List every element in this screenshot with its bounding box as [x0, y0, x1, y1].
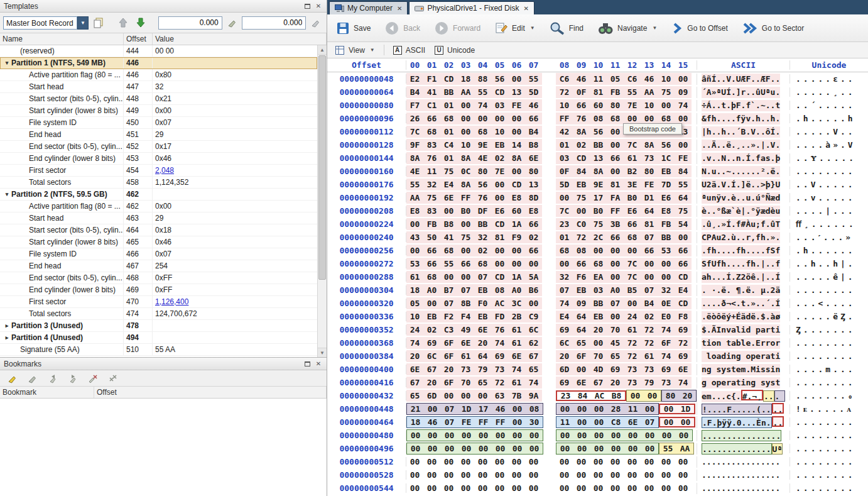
hex-byte[interactable]: 00 [474, 391, 491, 400]
unicode-cell[interactable]: ........ [789, 457, 868, 466]
hex-byte[interactable]: 23 [556, 219, 573, 229]
hex-byte[interactable]: 75 [440, 167, 457, 176]
hex-byte[interactable]: 2B [508, 312, 525, 321]
hex-byte[interactable]: F1 [423, 74, 440, 84]
hex-byte[interactable]: AA [641, 87, 658, 97]
hex-byte[interactable]: D1 [641, 193, 658, 202]
hex-byte[interactable]: 79 [474, 365, 491, 374]
hex-byte[interactable]: 00 [607, 483, 624, 493]
unicode-cell[interactable]: ....à».V [789, 140, 868, 150]
hex-byte[interactable]: FF [492, 417, 509, 427]
hex-byte[interactable]: 00 [440, 457, 457, 466]
hex-byte[interactable]: 68 [624, 233, 641, 242]
hex-byte[interactable]: 69 [556, 378, 573, 387]
hex-byte[interactable]: 03 [556, 153, 573, 163]
hex-byte[interactable]: 01 [440, 127, 457, 136]
hex-byte[interactable]: EB [573, 180, 590, 189]
hex-byte[interactable]: 00 [474, 483, 491, 493]
hex-byte[interactable]: 5D [556, 180, 573, 189]
unicode-cell[interactable]: .....¸.. [789, 87, 868, 97]
hex-byte[interactable]: 00 [407, 431, 424, 440]
hex-byte[interactable]: B0 [624, 193, 641, 202]
hex-byte[interactable]: 53 [658, 246, 675, 255]
hex-byte[interactable]: 23 [557, 391, 574, 400]
hex-byte[interactable]: 00 [458, 431, 475, 440]
hex-byte[interactable]: 00 [508, 246, 525, 255]
template-row[interactable]: Start cylinder (lower 8 bits)4490x00 [0, 105, 317, 117]
hex-byte[interactable]: 00 [607, 167, 624, 176]
hex-byte[interactable]: 00 [508, 114, 525, 123]
hex-byte[interactable]: 74 [508, 365, 525, 374]
hex-byte[interactable]: 00 [590, 404, 607, 414]
hex-byte[interactable]: 01 [440, 101, 457, 110]
hex-byte[interactable]: 00 [624, 246, 641, 255]
hex-byte[interactable]: 00 [440, 470, 457, 480]
hex-byte[interactable]: 6F [440, 351, 457, 361]
template-row[interactable]: End sector (bits 0-5), cylin...4520x17 [0, 141, 317, 153]
hex-byte[interactable]: 42 [556, 127, 573, 136]
hex-byte[interactable]: 05 [607, 74, 624, 84]
bookmark-edit-button[interactable] [25, 371, 40, 386]
hex-byte[interactable]: 10 [406, 312, 423, 321]
scroll-down-icon[interactable]: ▼ [318, 348, 327, 357]
hex-byte[interactable]: 00 [491, 259, 508, 268]
hex-byte[interactable]: 20 [423, 378, 440, 387]
bookmarks-list[interactable] [0, 399, 327, 496]
unicode-toggle-button[interactable]: U Unicode [432, 43, 477, 57]
bookmark-previous-button[interactable] [45, 371, 60, 386]
hex-byte[interactable]: C4 [440, 140, 457, 150]
hex-byte[interactable]: B4 [525, 127, 542, 136]
hex-byte[interactable]: CD [491, 219, 508, 229]
hex-byte[interactable]: 00 [491, 193, 508, 202]
hex-byte[interactable]: 66 [641, 246, 658, 255]
hex-byte[interactable]: 76 [491, 325, 508, 334]
hex-byte[interactable]: B7 [440, 285, 457, 295]
hex-byte[interactable]: 00 [590, 470, 607, 480]
hex-byte[interactable]: 64 [474, 351, 491, 361]
template-offset-input-2[interactable] [242, 16, 306, 30]
hex-byte[interactable]: A0 [508, 285, 525, 295]
hex-byte[interactable]: 7D [658, 180, 675, 189]
hex-byte[interactable]: 07 [441, 404, 458, 414]
hex-byte[interactable]: 00 [573, 206, 590, 216]
unicode-cell[interactable]: ........ [789, 285, 868, 295]
template-offset-input[interactable] [158, 16, 222, 30]
hex-byte[interactable]: 7E [491, 167, 508, 176]
ascii-cell[interactable]: ..Ä..ë.¸..».|.V. [697, 140, 789, 151]
hex-byte[interactable]: 00 [573, 457, 590, 466]
hex-byte[interactable]: 00 [590, 246, 607, 255]
hex-byte[interactable]: 07 [474, 272, 491, 282]
hex-byte[interactable]: 61 [624, 325, 641, 334]
hex-byte[interactable]: 66 [525, 219, 542, 229]
template-row[interactable]: Start head46329 [0, 212, 317, 224]
hex-byte[interactable]: 00 [492, 431, 509, 440]
hex-byte[interactable]: 00 [658, 457, 675, 466]
hex-byte[interactable]: 55 [525, 74, 542, 84]
ascii-cell[interactable]: CPAu2.ù..r,fh.». [697, 232, 789, 243]
hex-byte[interactable]: C9 [525, 312, 542, 321]
hex-byte[interactable]: 6F [573, 351, 590, 361]
templates-scrollbar[interactable]: ▲ ▼ [317, 45, 327, 357]
hex-byte[interactable]: 55 [659, 444, 676, 453]
hex-byte[interactable]: C1 [423, 101, 440, 110]
hex-byte[interactable]: 00 [675, 457, 692, 466]
hex-byte[interactable]: B8 [525, 140, 542, 150]
hex-byte[interactable]: 69 [675, 351, 692, 361]
hex-byte[interactable]: E4 [675, 285, 692, 295]
hex-byte[interactable]: 6D [423, 391, 440, 400]
hex-byte[interactable]: 55 [675, 180, 692, 189]
hex-byte[interactable]: 70 [607, 325, 624, 334]
hex-byte[interactable]: 10 [641, 101, 658, 110]
hex-byte[interactable]: 00 [492, 444, 509, 453]
hex-byte[interactable]: 01 [440, 153, 457, 163]
unicode-cell[interactable]: ........ [789, 338, 868, 348]
template-row[interactable]: ▸Partition 4 (Unused)494 [0, 332, 317, 344]
hex-byte[interactable]: 10 [491, 127, 508, 136]
hex-byte[interactable]: 00 [641, 457, 658, 466]
hex-byte[interactable]: F8 [675, 312, 692, 321]
hex-byte[interactable]: 00 [590, 483, 607, 493]
hex-byte[interactable]: 00 [660, 417, 677, 427]
hex-byte[interactable]: 7C [624, 140, 641, 150]
hex-byte[interactable]: 6E [573, 378, 590, 387]
hex-byte[interactable]: 60 [590, 101, 607, 110]
